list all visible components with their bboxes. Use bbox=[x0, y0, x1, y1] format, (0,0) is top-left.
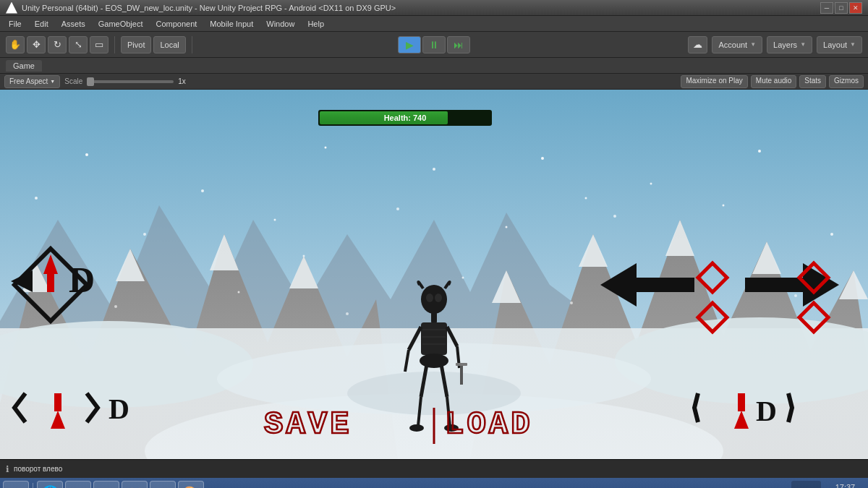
maximize-button[interactable]: □ bbox=[835, 2, 848, 14]
layers-dropdown[interactable]: Layers bbox=[767, 36, 812, 53]
svg-rect-69 bbox=[47, 274, 54, 292]
status-text: поворот влево bbox=[14, 465, 62, 473]
menu-item-component[interactable]: Component bbox=[150, 18, 203, 30]
menu-item-window[interactable]: Window bbox=[260, 18, 300, 30]
menu-item-file[interactable]: File bbox=[3, 18, 27, 30]
game-view-toolbar: Free Aspect Scale 1x Maximize on Play Mu… bbox=[0, 74, 868, 90]
pivot-button[interactable]: Pivot bbox=[121, 36, 151, 53]
menu-item-assets[interactable]: Assets bbox=[56, 18, 91, 30]
svg-point-25 bbox=[758, 150, 761, 153]
save-text: SAVE bbox=[264, 406, 352, 442]
health-bar-text: Health: 740 bbox=[384, 114, 427, 122]
game-panel-header: Game bbox=[0, 58, 868, 74]
svg-rect-62 bbox=[460, 363, 463, 385]
svg-point-19 bbox=[85, 153, 88, 156]
menu-bar: FileEditAssetsGameObjectComponentMobile … bbox=[0, 16, 868, 32]
toolbar: ✋ ✥ ↻ ⤡ ▭ Pivot Local ▶ ⏸ ⏭ ☁ Account La… bbox=[0, 32, 868, 58]
pivot-group: Pivot Local bbox=[121, 36, 192, 53]
right-toolbar: ☁ Account Layers Layout bbox=[688, 36, 862, 53]
svg-point-34 bbox=[346, 312, 349, 315]
svg-rect-75 bbox=[637, 278, 694, 292]
step-button[interactable]: ⏭ bbox=[447, 36, 470, 53]
rotate-tool-button[interactable]: ↻ bbox=[48, 36, 67, 53]
game-viewport: SAVE LOAD Health: 740 D bbox=[0, 90, 868, 459]
scale-value: 1x bbox=[178, 77, 186, 85]
mountains-svg: SAVE LOAD Health: 740 D bbox=[0, 90, 868, 459]
taskbar-separator bbox=[33, 483, 33, 488]
scale-tool-button[interactable]: ⤡ bbox=[69, 36, 88, 53]
menu-item-edit[interactable]: Edit bbox=[29, 18, 54, 30]
paint-taskbar-btn[interactable]: 🎨 bbox=[178, 481, 204, 488]
unity-logo-icon bbox=[6, 2, 17, 14]
stats-button[interactable]: Stats bbox=[799, 75, 826, 88]
svg-rect-63 bbox=[456, 363, 467, 366]
svg-rect-79 bbox=[738, 393, 745, 411]
yandex-taskbar-btn[interactable]: Я bbox=[93, 481, 119, 488]
clock: 17:37 11.02.2018 bbox=[825, 482, 865, 488]
start-button[interactable]: ⊞ bbox=[3, 481, 29, 488]
svg-point-36 bbox=[570, 301, 573, 304]
rect-tool-button[interactable]: ▭ bbox=[90, 36, 109, 53]
explorer-taskbar-btn[interactable]: 📁 bbox=[122, 481, 148, 488]
svg-point-29 bbox=[506, 226, 508, 228]
menu-item-gameobject[interactable]: GameObject bbox=[93, 18, 149, 30]
svg-point-33 bbox=[238, 291, 240, 294]
account-dropdown[interactable]: Account bbox=[712, 36, 762, 53]
svg-point-45 bbox=[435, 294, 442, 302]
scale-slider[interactable] bbox=[87, 80, 174, 83]
taskbar: ⊞ 🌐 O Я 📁 ⬡ 🎨 ▲ ● 17:37 11.02.2018 bbox=[0, 478, 868, 488]
svg-point-24 bbox=[650, 183, 652, 185]
local-button[interactable]: Local bbox=[153, 36, 185, 53]
svg-point-51 bbox=[420, 354, 448, 368]
svg-point-28 bbox=[396, 207, 399, 210]
svg-point-60 bbox=[409, 424, 424, 432]
load-text: LOAD bbox=[445, 406, 533, 442]
play-button[interactable]: ▶ bbox=[398, 36, 421, 53]
svg-point-20 bbox=[201, 189, 204, 192]
svg-point-26 bbox=[143, 233, 146, 236]
svg-point-27 bbox=[274, 219, 276, 221]
mute-audio-button[interactable]: Mute audio bbox=[751, 75, 796, 88]
chrome-taskbar-btn[interactable]: 🌐 bbox=[37, 481, 63, 488]
play-controls: ▶ ⏸ ⏭ bbox=[398, 36, 470, 53]
close-button[interactable]: ✕ bbox=[849, 2, 862, 14]
svg-rect-47 bbox=[421, 322, 447, 355]
tool-group-transform: ✋ ✥ ↻ ⤡ ▭ bbox=[6, 36, 115, 53]
aspect-ratio-dropdown[interactable]: Free Aspect bbox=[4, 75, 60, 88]
title-bar: Unity Personal (64bit) - EOS_DW_new_loc.… bbox=[0, 0, 868, 16]
window-title: Unity Personal (64bit) - EOS_DW_new_loc.… bbox=[22, 4, 820, 12]
opera-taskbar-btn[interactable]: O bbox=[65, 481, 91, 488]
svg-point-32 bbox=[114, 305, 117, 308]
svg-text:D: D bbox=[69, 260, 95, 300]
svg-point-21 bbox=[325, 147, 327, 149]
info-icon: ℹ bbox=[6, 464, 9, 474]
menu-item-mobile input[interactable]: Mobile Input bbox=[204, 18, 259, 30]
unity-taskbar-btn[interactable]: ⬡ bbox=[150, 481, 176, 488]
minimize-button[interactable]: ─ bbox=[820, 2, 833, 14]
svg-point-40 bbox=[830, 233, 833, 236]
clock-time: 17:37 bbox=[825, 482, 865, 488]
hand-tool-button[interactable]: ✋ bbox=[6, 36, 25, 53]
svg-point-31 bbox=[723, 205, 725, 207]
svg-point-41 bbox=[303, 255, 305, 257]
svg-point-39 bbox=[35, 197, 38, 200]
svg-point-43 bbox=[421, 285, 447, 314]
cloud-button[interactable]: ☁ bbox=[688, 36, 707, 53]
layout-dropdown[interactable]: Layout bbox=[817, 36, 862, 53]
svg-rect-72 bbox=[54, 393, 61, 411]
status-bar: ℹ поворот влево bbox=[0, 459, 868, 478]
svg-point-23 bbox=[541, 157, 544, 160]
tray-area: ▲ ● bbox=[791, 481, 821, 488]
menu-item-help[interactable]: Help bbox=[302, 18, 330, 30]
scale-slider-thumb[interactable] bbox=[87, 77, 94, 86]
svg-rect-46 bbox=[431, 312, 437, 323]
gizmos-button[interactable]: Gizmos bbox=[829, 75, 864, 88]
svg-point-44 bbox=[426, 294, 433, 302]
window-controls: ─ □ ✕ bbox=[820, 2, 862, 14]
game-tab[interactable]: Game bbox=[6, 60, 42, 72]
svg-point-30 bbox=[613, 215, 616, 218]
move-tool-button[interactable]: ✥ bbox=[27, 36, 46, 53]
maximize-on-play-button[interactable]: Maximize on Play bbox=[681, 75, 747, 88]
pause-button[interactable]: ⏸ bbox=[422, 36, 446, 53]
scale-label: Scale bbox=[64, 77, 82, 85]
